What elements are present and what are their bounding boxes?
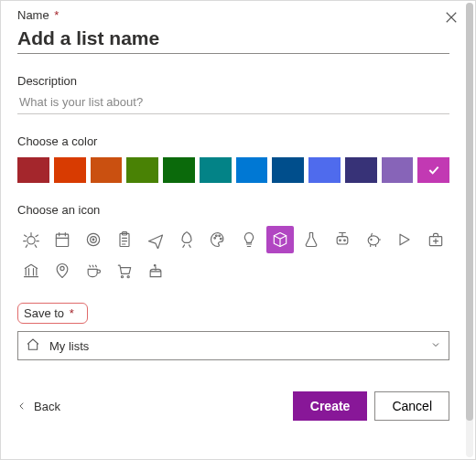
svg-point-0	[27, 237, 35, 244]
create-label: Create	[310, 399, 351, 413]
cancel-button[interactable]: Cancel	[374, 391, 449, 421]
bot-icon	[333, 230, 352, 249]
back-button[interactable]: Back	[17, 400, 60, 413]
lightbulb-icon	[240, 230, 258, 249]
svg-point-13	[344, 240, 346, 241]
icon-option-bank-icon[interactable]	[17, 257, 45, 284]
coffee-icon	[84, 262, 103, 280]
description-input[interactable]	[17, 94, 449, 110]
save-to-dropdown[interactable]: My lists	[17, 331, 449, 360]
choose-color-label: Choose a color	[17, 134, 449, 148]
name-label: Name *	[17, 8, 449, 22]
color-swatch-4[interactable]	[163, 157, 195, 183]
cake-icon	[146, 262, 165, 280]
icon-option-run-icon[interactable]	[391, 226, 418, 253]
icon-option-bug-icon[interactable]	[17, 226, 45, 253]
icon-grid	[17, 226, 449, 284]
palette-icon	[209, 230, 227, 249]
icon-option-coffee-icon[interactable]	[80, 257, 107, 284]
cube-icon	[271, 230, 289, 249]
icon-option-flask-icon[interactable]	[298, 226, 325, 253]
cart-icon	[115, 262, 134, 280]
name-input-wrap[interactable]	[17, 26, 449, 54]
icon-option-cake-icon[interactable]	[142, 257, 169, 284]
icon-option-bot-icon[interactable]	[329, 226, 356, 253]
back-label: Back	[34, 400, 60, 413]
svg-point-4	[92, 239, 94, 241]
color-swatch-9[interactable]	[345, 157, 377, 183]
svg-point-2	[87, 233, 99, 245]
scrollbar-thumb[interactable]	[466, 3, 473, 421]
icon-option-piggybank-icon[interactable]	[360, 226, 387, 253]
icon-option-firstaid-icon[interactable]	[422, 226, 449, 253]
close-button[interactable]	[442, 8, 460, 27]
firstaid-icon	[427, 230, 445, 249]
icon-option-lightbulb-icon[interactable]	[235, 226, 263, 253]
svg-point-9	[219, 235, 221, 237]
color-swatch-3[interactable]	[126, 157, 158, 183]
rocket-icon	[178, 230, 196, 249]
icon-option-clipboard-icon[interactable]	[111, 226, 138, 253]
svg-point-12	[340, 240, 341, 241]
checkmark-icon	[427, 163, 441, 177]
svg-rect-11	[337, 237, 348, 244]
bug-icon	[22, 230, 40, 249]
icon-option-cart-icon[interactable]	[111, 257, 138, 284]
icon-option-location-icon[interactable]	[49, 257, 76, 284]
icon-option-palette-icon[interactable]	[204, 226, 232, 253]
color-swatch-10[interactable]	[382, 157, 414, 183]
save-to-label-text: Save to	[24, 306, 64, 320]
svg-point-17	[121, 276, 123, 278]
icon-option-cube-icon[interactable]	[266, 226, 294, 253]
name-required-mark: *	[54, 8, 59, 22]
icon-option-airplane-icon[interactable]	[142, 226, 169, 253]
home-icon	[26, 337, 40, 355]
choose-icon-label: Choose an icon	[17, 203, 449, 217]
color-swatch-2[interactable]	[91, 157, 123, 183]
save-to-selected: My lists	[49, 339, 89, 353]
scrollbar[interactable]	[466, 3, 473, 457]
svg-point-3	[91, 237, 97, 243]
name-input[interactable]	[17, 26, 449, 51]
svg-point-7	[214, 238, 216, 240]
icon-option-rocket-icon[interactable]	[173, 226, 200, 253]
svg-point-16	[60, 266, 64, 270]
color-swatch-11[interactable]	[417, 157, 449, 183]
save-to-label: Save to *	[17, 303, 88, 324]
target-icon	[84, 230, 103, 249]
piggybank-icon	[364, 230, 383, 249]
svg-point-8	[216, 235, 218, 237]
create-button[interactable]: Create	[293, 391, 368, 421]
cancel-label: Cancel	[392, 399, 432, 413]
color-swatch-7[interactable]	[272, 157, 304, 183]
save-to-required-mark: *	[70, 306, 74, 320]
clipboard-icon	[115, 230, 134, 249]
chevron-left-icon	[17, 400, 27, 412]
color-swatch-row	[17, 157, 449, 183]
run-icon	[395, 230, 414, 249]
svg-point-10	[221, 238, 222, 240]
bank-icon	[22, 262, 40, 280]
color-swatch-8[interactable]	[308, 157, 341, 183]
location-icon	[53, 262, 71, 280]
color-swatch-5[interactable]	[200, 157, 232, 183]
name-label-text: Name	[17, 8, 49, 22]
svg-point-14	[371, 239, 372, 240]
footer: Back Create Cancel	[17, 391, 449, 421]
description-label: Description	[17, 74, 449, 88]
icon-option-calendar-icon[interactable]	[49, 226, 76, 253]
svg-rect-1	[56, 234, 68, 246]
icon-option-target-icon[interactable]	[80, 226, 107, 253]
color-swatch-1[interactable]	[54, 157, 86, 183]
airplane-icon	[146, 230, 165, 249]
chevron-down-icon	[430, 339, 441, 353]
svg-point-18	[127, 276, 129, 278]
calendar-icon	[53, 230, 71, 249]
color-swatch-6[interactable]	[236, 157, 268, 183]
color-swatch-0[interactable]	[17, 157, 49, 183]
flask-icon	[302, 230, 320, 249]
